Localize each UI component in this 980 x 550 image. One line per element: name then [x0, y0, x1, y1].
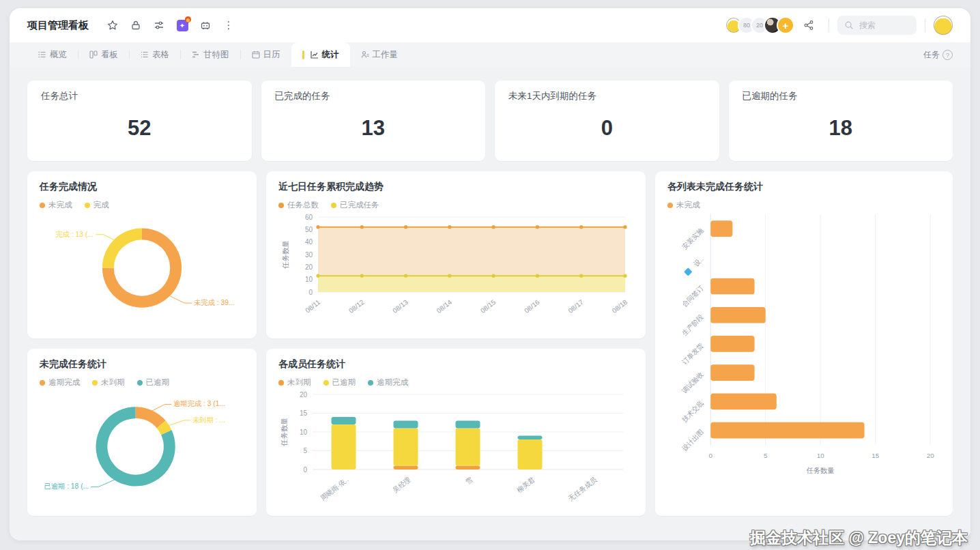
svg-text:50: 50: [305, 226, 313, 233]
trend-area-chart: 010203040506008/1108/1208/1308/1408/1508…: [278, 212, 633, 326]
svg-text:30: 30: [305, 251, 313, 259]
svg-text:雪: 雪: [464, 476, 474, 486]
legend-dot-icon: [368, 380, 373, 386]
legend-item[interactable]: 已逾期: [323, 377, 356, 388]
tab-gantt[interactable]: 甘特图: [181, 42, 240, 67]
magic-widget-icon[interactable]: ✦: [176, 19, 188, 31]
chart-legend: 未完成: [667, 200, 940, 210]
stat-card: 已完成的任务13: [261, 81, 486, 161]
robot-icon[interactable]: [199, 19, 212, 31]
svg-text:5: 5: [764, 452, 768, 459]
legend-item[interactable]: 未完成: [667, 200, 700, 210]
stat-card-title: 已逾期的任务: [743, 90, 940, 102]
star-icon[interactable]: [106, 19, 119, 31]
dashboard-content: 任务总计52已完成的任务13未来1天内到期的任务0已逾期的任务18 任务完成情况…: [10, 67, 970, 540]
tab-label: 表格: [152, 49, 169, 61]
stat-card-title: 任务总计: [41, 90, 238, 102]
lock-icon[interactable]: [130, 19, 142, 31]
legend-dot-icon: [92, 380, 98, 386]
svg-text:技术交底: 技术交底: [680, 399, 705, 424]
sliders-icon[interactable]: [153, 19, 165, 31]
stat-card: 已逾期的任务18: [729, 81, 953, 161]
svg-text:08/18: 08/18: [611, 298, 629, 315]
svg-text:20: 20: [305, 263, 313, 271]
legend-label: 已完成任务: [340, 200, 379, 210]
svg-text:设..: 设..: [691, 255, 704, 268]
legend-item[interactable]: 未完成: [40, 200, 72, 210]
legend-label: 逾期完成: [48, 377, 80, 388]
svg-text:未到期 : ...: 未到期 : ...: [192, 416, 225, 424]
chart-title: 近七日任务累积完成趋势: [278, 181, 633, 193]
svg-text:0: 0: [708, 452, 712, 459]
search-box[interactable]: [837, 16, 917, 35]
share-icon[interactable]: [803, 19, 815, 31]
flame-badge-icon: [185, 16, 191, 23]
tab-stats[interactable]: 统计: [291, 42, 350, 67]
svg-text:柳美君: 柳美君: [515, 476, 536, 495]
user-avatar[interactable]: [934, 16, 953, 35]
svg-text:设计出图: 设计出图: [680, 428, 704, 452]
legend-label: 逾期完成: [377, 377, 408, 388]
chart-legend: 未到期已逾期逾期完成: [278, 377, 633, 388]
legend-dot-icon: [137, 380, 143, 386]
chart-legend: 任务总数已完成任务: [278, 200, 633, 210]
svg-text:20: 20: [927, 452, 934, 459]
unfinished-donut-card: 未完成任务统计 逾期完成未到期已逾期 逾期完成 : 3 (1...未到期 : .…: [27, 349, 257, 516]
task-menu[interactable]: 任务 ?: [923, 49, 953, 61]
legend-label: 未完成: [676, 200, 700, 210]
tab-label: 概览: [50, 49, 67, 61]
chart-legend: 逾期完成未到期已逾期: [40, 377, 244, 388]
legend-item[interactable]: 任务总数: [278, 200, 319, 210]
tab-label: 甘特图: [203, 49, 229, 61]
svg-text:合同签订: 合同签订: [680, 284, 705, 308]
tab-label: 统计: [322, 49, 339, 61]
svg-text:订单发货: 订单发货: [680, 341, 705, 366]
svg-text:安装实施: 安装实施: [680, 227, 705, 251]
svg-text:任务数量: 任务数量: [280, 418, 288, 446]
legend-dot-icon: [667, 203, 673, 208]
tab-label: 看板: [101, 49, 118, 61]
gantt-tab-icon: [192, 50, 200, 59]
tab-workload[interactable]: 工作量: [350, 42, 409, 67]
legend-label: 未到期: [101, 377, 125, 388]
legend-item[interactable]: 逾期完成: [40, 377, 80, 388]
stat-card-title: 未来1天内到期的任务: [508, 90, 706, 102]
legend-item[interactable]: 已逾期: [137, 377, 170, 388]
legend-label: 已逾期: [146, 377, 170, 388]
tab-kanban[interactable]: 看板: [78, 42, 129, 67]
legend-item[interactable]: 完成: [85, 200, 109, 210]
completion-donut-chart: 未完成 : 39...完成 : 13 (...: [40, 212, 244, 320]
view-tabbar: 概览看板表格甘特图日历统计工作量 任务 ?: [10, 42, 970, 67]
tab-label: 日历: [263, 49, 280, 61]
tab-calendar[interactable]: 日历: [241, 42, 291, 67]
svg-text:吴经理: 吴经理: [391, 476, 412, 494]
svg-text:08/17: 08/17: [566, 298, 585, 315]
chart-title: 各成员任务统计: [278, 358, 633, 371]
workload-tab-icon: [361, 50, 369, 59]
page-title: 项目管理看板: [27, 19, 89, 32]
app-header: 项目管理看板 ✦ ⋮ 80 20 +: [10, 8, 970, 42]
search-input[interactable]: [858, 20, 908, 31]
svg-text:已逾期 : 18 (...: 已逾期 : 18 (...: [44, 482, 89, 490]
stat-card-value: 0: [495, 116, 719, 141]
legend-item[interactable]: 已完成任务: [331, 200, 379, 210]
svg-text:周晓雨·依..: 周晓雨·依..: [319, 476, 349, 502]
legend-label: 完成: [93, 200, 109, 210]
legend-item[interactable]: 未到期: [278, 377, 311, 388]
add-member-button[interactable]: +: [777, 16, 794, 34]
svg-text:15: 15: [300, 409, 308, 417]
stat-card: 任务总计52: [27, 81, 252, 161]
stat-cards-row: 任务总计52已完成的任务13未来1天内到期的任务0已逾期的任务18: [27, 81, 953, 161]
legend-item[interactable]: 逾期完成: [368, 377, 408, 388]
legend-dot-icon: [40, 380, 45, 386]
tab-overview[interactable]: 概览: [27, 42, 78, 67]
legend-dot-icon: [278, 380, 284, 386]
svg-text:逾期完成 : 3 (1...: 逾期完成 : 3 (1...: [173, 400, 225, 407]
more-icon[interactable]: ⋮: [222, 19, 235, 31]
help-icon[interactable]: ?: [942, 50, 953, 60]
tab-table[interactable]: 表格: [130, 42, 180, 67]
svg-text:生产阶段: 生产阶段: [680, 313, 705, 337]
chart-title: 任务完成情况: [40, 181, 244, 193]
legend-item[interactable]: 未到期: [92, 377, 125, 388]
svg-text:40: 40: [305, 238, 313, 246]
